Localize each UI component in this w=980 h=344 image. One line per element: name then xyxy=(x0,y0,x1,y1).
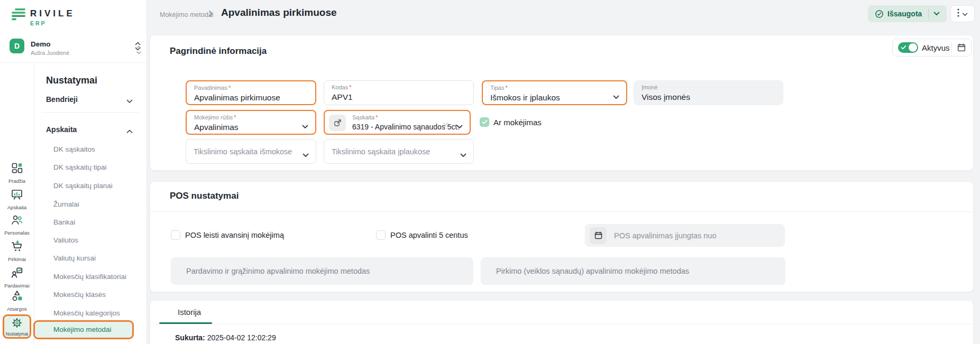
calendar-icon[interactable] xyxy=(590,227,607,244)
user-name: Demo xyxy=(31,40,69,48)
checkbox-label: POS leisti avansinį mokėjimą xyxy=(185,231,284,239)
chevron-down-icon xyxy=(303,150,309,160)
nav-label: Nustatymai xyxy=(6,331,29,337)
field-kodas[interactable]: Kodas* APV1 xyxy=(324,80,474,105)
field-value: APV1 xyxy=(332,91,466,103)
card-divider xyxy=(150,324,973,324)
required-mark: * xyxy=(349,84,351,90)
submenu-section-apskaita[interactable]: Apskaita xyxy=(46,125,77,134)
brand-subtitle: ERP xyxy=(30,20,75,26)
submenu-item-mokesciu-kategorijos[interactable]: Mokesčių kategorijos xyxy=(53,309,120,317)
nav-item-pradzia[interactable]: Pradžia xyxy=(0,162,34,184)
pos-pirkimo-input: Pirkimo (veiklos sąnaudų) apvalinimo mok… xyxy=(481,257,785,285)
submenu-item-mokesciu-klasifikatoriai[interactable]: Mokesčių klasifikatoriai xyxy=(53,273,126,281)
submenu-divider xyxy=(42,112,139,113)
submenu-item-dk-saskaitu-tipai[interactable]: DK sąskaitų tipai xyxy=(53,163,107,171)
field-value: Apvalinimas xyxy=(194,122,308,133)
submenu-item-valiutos[interactable]: Valiutos xyxy=(53,236,78,244)
created-line: Sukurta: 2025-04-02 12:02:29 xyxy=(175,333,276,342)
chevron-up-icon[interactable] xyxy=(126,126,133,136)
chevron-down-icon[interactable] xyxy=(126,96,133,106)
rivile-logo-icon[interactable] xyxy=(10,8,28,24)
chart-board-icon xyxy=(11,188,23,203)
pos-apvalinti-row: POS apvalinti 5 centus xyxy=(376,230,468,240)
submenu-section-bendrieji[interactable]: Bendrieji xyxy=(46,95,78,104)
chevron-down-icon xyxy=(302,122,308,131)
breadcrumb-parent[interactable]: Mokėjimo metodai xyxy=(160,11,213,18)
page-title: Apvalinimas pirkimuose xyxy=(221,7,337,18)
chevron-down-icon xyxy=(460,150,466,160)
chevron-right-icon xyxy=(208,10,213,20)
external-link-icon[interactable] xyxy=(329,115,346,131)
required-mark: * xyxy=(228,85,231,91)
required-mark: * xyxy=(506,85,508,91)
pos-avansinis-checkbox[interactable] xyxy=(171,230,180,240)
tikslinimo-ismokose-select[interactable]: Tikslinimo sąskaita išmokose xyxy=(186,139,316,164)
clear-icon[interactable] xyxy=(443,120,448,130)
field-mokejimo-rusis-select[interactable]: Mokėjimo rūšis* Apvalinimas xyxy=(186,110,316,135)
avatar[interactable]: D xyxy=(10,39,24,53)
nav-label: Pradžia xyxy=(8,178,25,184)
field-tipas-select[interactable]: Tipas* Išmokos ir įplaukos xyxy=(482,80,627,105)
tikslinimo-iplaukose-select[interactable]: Tikslinimo sąskaita įplaukose xyxy=(324,139,474,164)
more-actions-button[interactable] xyxy=(950,5,975,22)
field-label: Tipas xyxy=(490,85,505,91)
submenu-item-dk-saskaitu-planai[interactable]: DK sąskaitų planai xyxy=(53,182,113,190)
nav-label: Pirkimai xyxy=(8,256,26,262)
submenu-item-label: Mokėjimo metodai xyxy=(35,322,132,338)
chevron-down-icon[interactable] xyxy=(933,12,940,16)
check-circle-icon xyxy=(875,10,884,18)
field-pavadinimas[interactable]: Pavadinimas* Apvalinimas pirkimuose xyxy=(186,80,316,105)
active-toggle[interactable] xyxy=(898,42,918,53)
chevron-down-icon xyxy=(456,122,463,131)
submenu-item-bankai[interactable]: Bankai xyxy=(53,218,75,226)
field-label: Pavadinimas xyxy=(194,85,227,91)
ar-mokejimas-row: Ar mokėjimas xyxy=(480,117,542,127)
active-toggle-label: Aktyvus xyxy=(922,43,950,52)
nav-label: Personalas xyxy=(4,230,30,236)
submenu-item-mokesciu-klases[interactable]: Mokesčių klasės xyxy=(53,291,106,299)
nav-item-nustatymai[interactable]: Nustatymai xyxy=(3,314,31,339)
pos-date-field[interactable]: POS apvalinimas įjungtas nuo xyxy=(585,224,785,247)
card-divider xyxy=(150,211,973,212)
ar-mokejimas-checkbox[interactable] xyxy=(480,117,489,127)
nav-item-personalas[interactable]: Personalas xyxy=(0,213,34,236)
created-label: Sukurta: xyxy=(175,333,205,342)
select-placeholder: Tikslinimo sąskaita išmokose xyxy=(194,147,292,156)
submenu-item-valiutu-kursai[interactable]: Valiutų kursai xyxy=(53,254,96,262)
settings-submenu: Nustatymai Bendrieji Apskaita DK sąskait… xyxy=(34,62,146,344)
user-fullname: Aušra Juodienė xyxy=(31,50,69,56)
checkbox-label: Ar mokėjimas xyxy=(493,118,542,127)
submenu-item-mokejimo-metodai-active[interactable]: Mokėjimo metodai xyxy=(33,320,134,339)
pos-apvalinti-checkbox[interactable] xyxy=(376,230,386,240)
field-label: Mokėjimo rūšis xyxy=(194,114,233,120)
input-placeholder: Pirkimo (veiklos sąnaudų) apvalinimo mok… xyxy=(496,267,689,275)
date-placeholder: POS apvalinimas įjungtas nuo xyxy=(614,231,716,240)
nav-item-pardavimai[interactable]: Pardavimai xyxy=(0,266,34,289)
brand-name: RIVILE xyxy=(30,8,75,19)
nav-item-atsargos[interactable]: Atsargos xyxy=(0,290,34,312)
nav-rail: Pradžia Apskaita xyxy=(0,62,34,344)
app-window: RIVILE ERP D Demo Aušra Juodienė xyxy=(0,0,980,344)
sales-person-chart-icon xyxy=(11,266,23,281)
nav-item-pirkimai[interactable]: Pirkimai xyxy=(0,240,34,262)
calendar-icon[interactable] xyxy=(952,43,971,52)
saved-button[interactable]: Išsaugota xyxy=(868,5,947,22)
checkbox-label: POS apvalinti 5 centus xyxy=(390,231,468,239)
nav-item-apskaita[interactable]: Apskaita xyxy=(0,188,34,210)
field-value: Išmokos ir įplaukos xyxy=(490,92,619,103)
main-info-card: Pagrindinė informacija Aktyvus Pavadinim… xyxy=(150,35,974,171)
tab-istorija[interactable]: Istorija xyxy=(178,308,201,317)
history-card: Istorija Sukurta: 2025-04-02 12:02:29 Su… xyxy=(150,300,974,344)
dashboard-icon xyxy=(11,162,23,176)
required-mark: * xyxy=(375,114,378,120)
user-block[interactable]: Demo Aušra Juodienė xyxy=(31,40,69,56)
field-saskaita-select[interactable]: Sąskaita* 6319 - Apvalinimo sąnaudos 5ct… xyxy=(324,110,471,135)
input-placeholder: Pardavimo ir grąžinimo apvalinimo mokėji… xyxy=(186,267,370,275)
pos-settings-card: POS nustatymai POS leisti avansinį mokėj… xyxy=(150,181,974,292)
submenu-item-zurnalai[interactable]: Žurnalai xyxy=(53,200,79,208)
panel-collapse-handle[interactable] xyxy=(135,44,142,58)
card-title: Pagrindinė informacija xyxy=(170,46,267,57)
submenu-item-dk-saskaitos[interactable]: DK sąskaitos xyxy=(53,145,95,153)
nav-label: Pardavimai xyxy=(4,283,30,289)
